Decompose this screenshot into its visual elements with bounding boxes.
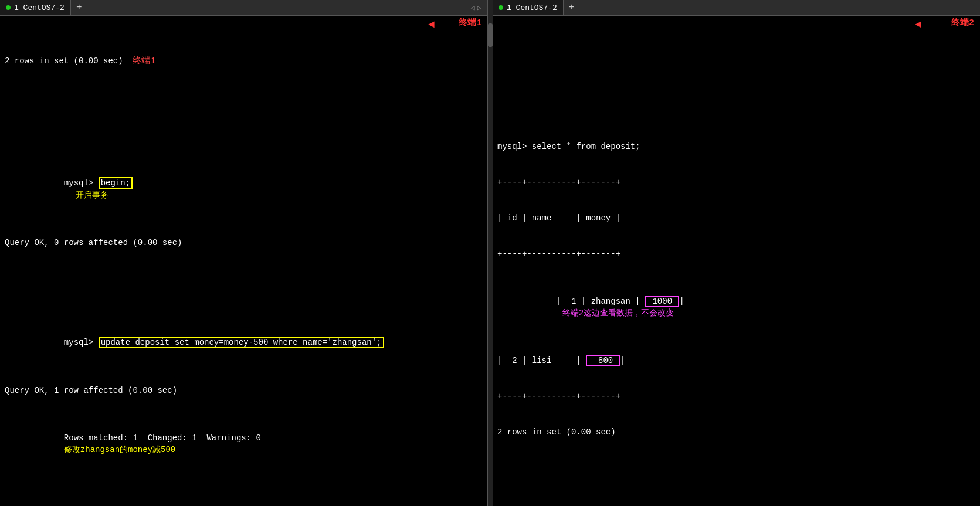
line-right-row1: | 1 | zhangsan | 1000 | 终端2这边查看数据，不会改变 — [497, 284, 975, 331]
line-right-select: mysql> select * from deposit; — [497, 141, 975, 152]
tab-dot-right — [499, 5, 503, 10]
new-tab-right[interactable]: + — [564, 0, 580, 15]
tab-dot-left — [6, 5, 11, 10]
line-update1: mysql> update deposit set money=money-50… — [5, 325, 483, 361]
terminal-right: ◄ 终端2 mysql> select * from deposit; +---… — [493, 16, 980, 506]
terminal1-label: 终端1 — [459, 17, 481, 30]
new-tab-left[interactable]: + — [71, 0, 87, 15]
line-right-row2: | 2 | lisi | 800 | — [497, 355, 975, 366]
line-right-rows-set: 2 rows in set (0.00 sec) — [497, 426, 975, 438]
arrow-left: ◄ — [428, 17, 435, 32]
line-begin: mysql> begin; 开启事务 — [5, 165, 483, 213]
line-rows-set-1: 2 rows in set (0.00 sec) 终端1 — [5, 55, 483, 68]
nav-arrows-left: ◁ ▷ — [471, 4, 481, 12]
line-right-sep1: +----+----------+-------+ — [497, 176, 975, 188]
tab-left[interactable]: 1 CentOS7-2 — [0, 0, 71, 15]
right-panel: 1 CentOS7-2 + ◄ 终端2 mysql> select * from… — [493, 0, 980, 506]
line-ok-1: Query OK, 0 rows affected (0.00 sec) — [5, 237, 483, 249]
annotation-update1: 修改zhangsan的money减500 — [64, 445, 175, 454]
tab-right[interactable]: 1 CentOS7-2 — [493, 0, 564, 15]
left-panel: 1 CentOS7-2 + ◁ ▷ 2 rows in set (0.00 se… — [0, 0, 488, 506]
terminal-label-left: 终端1 — [133, 56, 155, 66]
terminal-left: 2 rows in set (0.00 sec) 终端1 mysql> begi… — [0, 16, 487, 506]
line-right-header: | id | name | money | — [497, 212, 975, 224]
line-rows-2: Rows matched: 1 Changed: 1 Warnings: 0 修… — [5, 420, 483, 467]
left-terminal-body: mysql> begin; 开启事务 Query OK, 0 rows affe… — [5, 118, 483, 506]
annotation-right: 终端2这边查看数据，不会改变 — [562, 308, 674, 318]
tab-bar-left: 1 CentOS7-2 + ◁ ▷ — [0, 0, 487, 16]
terminal2-label: 终端2 — [951, 17, 974, 30]
line-right-sep3: +----+----------+-------+ — [497, 390, 975, 402]
nav-left-arrow[interactable]: ◁ — [471, 4, 475, 12]
scrollbar-divider[interactable] — [488, 0, 493, 506]
line-right-sep2: +----+----------+-------+ — [497, 248, 975, 260]
nav-right-arrow[interactable]: ▷ — [477, 4, 481, 12]
main-content: 1 CentOS7-2 + ◁ ▷ 2 rows in set (0.00 se… — [0, 0, 980, 506]
right-terminal-body: mysql> select * from deposit; +----+----… — [497, 105, 975, 506]
annotation-begin: 开启事务 — [76, 191, 108, 200]
tab-label-right: 1 CentOS7-2 — [507, 4, 557, 12]
arrow-right: ◄ — [915, 17, 921, 32]
tab-bar-right: 1 CentOS7-2 + — [493, 0, 980, 16]
line-ok-2: Query OK, 1 row affected (0.00 sec) — [5, 385, 483, 396]
tab-label-left: 1 CentOS7-2 — [14, 4, 65, 12]
